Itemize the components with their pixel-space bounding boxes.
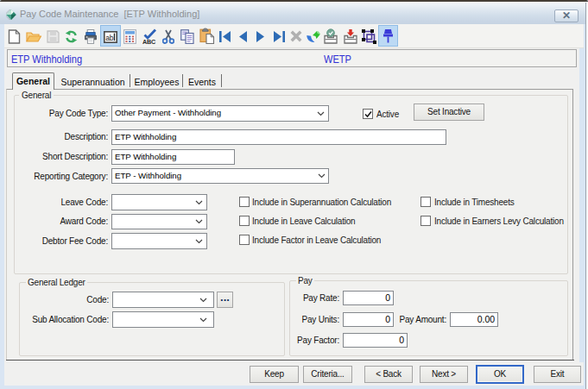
svg-text:ab: ab [105,34,114,42]
svg-text:ABC: ABC [142,38,155,45]
